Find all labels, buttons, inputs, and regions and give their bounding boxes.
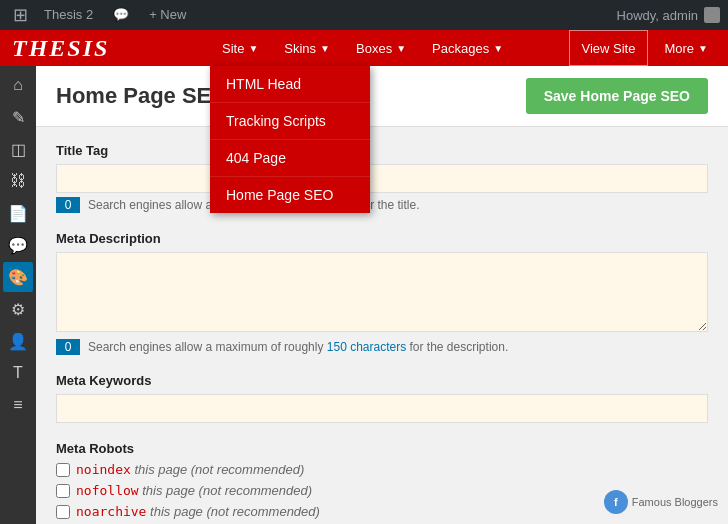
sidebar-icon-pages[interactable]: 📄 xyxy=(3,198,33,228)
site-menu[interactable]: Site ▼ HTML Head Tracking Scripts 404 Pa… xyxy=(210,30,270,66)
sidebar-icon-users[interactable]: 👤 xyxy=(3,326,33,356)
fb-logo-icon: f xyxy=(604,490,628,514)
sidebar-icon-comments[interactable]: 💬 xyxy=(3,230,33,260)
site-name-link[interactable]: Thesis 2 xyxy=(36,0,101,30)
noindex-text: this page (not recommended) xyxy=(134,462,304,477)
meta-description-label: Meta Description xyxy=(56,231,708,246)
more-arrow: ▼ xyxy=(698,43,708,54)
noindex-row: noindex this page (not recommended) xyxy=(56,462,708,477)
title-tag-label: Title Tag xyxy=(56,143,708,158)
admin-bar: ⊞ Thesis 2 💬 + New Howdy, admin xyxy=(0,0,728,30)
thesis-navbar: THESIS Site ▼ HTML Head Tracking Scripts… xyxy=(0,30,728,66)
famous-bloggers-text: Famous Bloggers xyxy=(632,496,718,508)
site-menu-arrow: ▼ xyxy=(248,43,258,54)
nav-right: View Site More ▼ xyxy=(565,30,729,66)
packages-menu-button[interactable]: Packages ▼ xyxy=(420,30,515,66)
meta-description-counter-row: 0 Search engines allow a maximum of roug… xyxy=(56,339,708,355)
wordpress-icon[interactable]: ⊞ xyxy=(8,3,32,27)
sidebar-icon-dashboard[interactable]: ⌂ xyxy=(3,70,33,100)
title-tag-input[interactable] xyxy=(56,164,708,193)
sidebar-icon-settings[interactable]: ≡ xyxy=(3,390,33,420)
boxes-menu-button[interactable]: Boxes ▼ xyxy=(344,30,418,66)
content-area: Title Tag 0 Search engines allow a maxim… xyxy=(36,127,728,524)
dropdown-html-head[interactable]: HTML Head xyxy=(210,66,370,103)
comment-link[interactable]: 💬 xyxy=(105,0,137,30)
noarchive-text: this page (not recommended) xyxy=(150,504,320,519)
site-dropdown: HTML Head Tracking Scripts 404 Page Home… xyxy=(210,66,370,213)
meta-description-hint: Search engines allow a maximum of roughl… xyxy=(88,340,508,354)
sidebar: ⌂ ✎ ◫ ⛓ 📄 💬 🎨 ⚙ 👤 T ≡ xyxy=(0,66,36,524)
title-tag-field: Title Tag 0 Search engines allow a maxim… xyxy=(56,143,708,213)
sidebar-icon-plugins[interactable]: ⚙ xyxy=(3,294,33,324)
title-tag-counter-row: 0 Search engines allow a maximum of 70 c… xyxy=(56,197,708,213)
noarchive-checkbox[interactable] xyxy=(56,505,70,519)
nofollow-checkbox[interactable] xyxy=(56,484,70,498)
howdy-text: Howdy, admin xyxy=(617,8,698,23)
meta-keywords-input[interactable] xyxy=(56,394,708,423)
meta-keywords-label: Meta Keywords xyxy=(56,373,708,388)
sidebar-icon-media[interactable]: ◫ xyxy=(3,134,33,164)
dropdown-tracking-scripts[interactable]: Tracking Scripts xyxy=(210,103,370,140)
skins-menu-button[interactable]: Skins ▼ xyxy=(272,30,342,66)
site-menu-button[interactable]: Site ▼ xyxy=(210,30,270,66)
view-site-button[interactable]: View Site xyxy=(569,30,649,66)
noarchive-label: noarchive this page (not recommended) xyxy=(76,504,320,519)
sidebar-icon-posts[interactable]: ✎ xyxy=(3,102,33,132)
nofollow-text: this page (not recommended) xyxy=(142,483,312,498)
nofollow-label: nofollow this page (not recommended) xyxy=(76,483,312,498)
packages-arrow: ▼ xyxy=(493,43,503,54)
noindex-checkbox[interactable] xyxy=(56,463,70,477)
page-header: Home Page SEO Save Home Page SEO xyxy=(36,66,728,127)
title-tag-char-count: 0 xyxy=(56,197,80,213)
meta-description-field: Meta Description 0 Search engines allow … xyxy=(56,231,708,355)
meta-description-input[interactable] xyxy=(56,252,708,332)
noindex-label: noindex this page (not recommended) xyxy=(76,462,304,477)
admin-bar-right: Howdy, admin xyxy=(617,7,720,23)
more-menu-button[interactable]: More ▼ xyxy=(652,30,720,66)
skins-arrow: ▼ xyxy=(320,43,330,54)
meta-description-char-count: 0 xyxy=(56,339,80,355)
famous-bloggers-logo: f Famous Bloggers xyxy=(604,490,718,514)
sidebar-icon-tools[interactable]: T xyxy=(3,358,33,388)
noarchive-code: noarchive xyxy=(76,504,146,519)
noindex-code: noindex xyxy=(76,462,131,477)
new-content-link[interactable]: + New xyxy=(141,0,194,30)
dropdown-home-page-seo[interactable]: Home Page SEO xyxy=(210,177,370,213)
meta-description-hint-em: 150 characters xyxy=(327,340,406,354)
thesis-logo: THESIS xyxy=(0,30,210,66)
save-button[interactable]: Save Home Page SEO xyxy=(526,78,708,114)
boxes-arrow: ▼ xyxy=(396,43,406,54)
page-title: Home Page SEO xyxy=(56,83,228,109)
admin-bar-left: ⊞ Thesis 2 💬 + New xyxy=(8,0,194,30)
sidebar-icon-links[interactable]: ⛓ xyxy=(3,166,33,196)
nofollow-code: nofollow xyxy=(76,483,139,498)
main-content: Home Page SEO Save Home Page SEO Title T… xyxy=(36,66,728,524)
admin-avatar xyxy=(704,7,720,23)
meta-robots-label: Meta Robots xyxy=(56,441,708,456)
meta-keywords-field: Meta Keywords xyxy=(56,373,708,423)
dropdown-404-page[interactable]: 404 Page xyxy=(210,140,370,177)
sidebar-icon-appearance[interactable]: 🎨 xyxy=(3,262,33,292)
thesis-logo-text: THESIS xyxy=(12,35,109,62)
